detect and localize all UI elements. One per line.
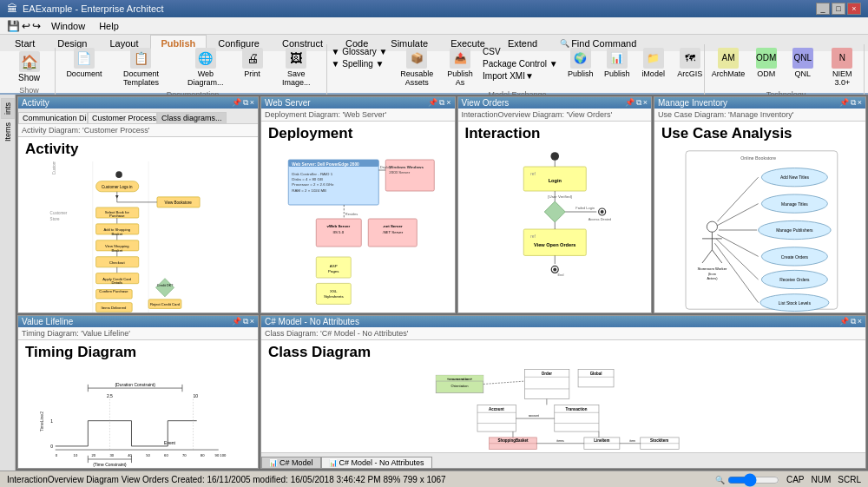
interaction-pin-btn[interactable]: 📌	[625, 98, 635, 108]
btn-arcgis[interactable]: 🗺 ArcGIS	[673, 46, 707, 80]
svg-text:account: account	[529, 414, 539, 418]
svg-text:.NET Server: .NET Server	[382, 230, 404, 234]
btn-document-templates[interactable]: 📋 Document Templates	[106, 46, 176, 89]
svg-text:Orientation: Orientation	[451, 384, 469, 388]
niem-icon: N	[832, 48, 852, 69]
tab-cs-model[interactable]: 📊C# Model	[261, 457, 321, 468]
num-indicator: NUM	[812, 475, 832, 484]
btn-document[interactable]: 📄 Document	[64, 46, 104, 80]
class-tab-bar: 📊C# Model 📊C# Model - No Attributes	[261, 452, 865, 468]
timing-pin-btn[interactable]: 📌	[232, 317, 241, 326]
class-window-title: C# Model - No Attributes	[265, 317, 359, 326]
activity-float-btn[interactable]: ⧉	[243, 98, 248, 108]
btn-publish[interactable]: 🌍 Publish	[563, 46, 598, 80]
btn-package-control[interactable]: Package Control ▼	[479, 58, 562, 69]
svg-text:View Shopping: View Shopping	[105, 244, 129, 248]
tab-class-diagrams[interactable]: Class diagrams...	[157, 112, 227, 123]
activity-pin-btn[interactable]: 📌	[232, 98, 241, 108]
btn-print[interactable]: 🖨 Print	[235, 46, 270, 80]
svg-text:List Stock Levels: List Stock Levels	[779, 301, 812, 306]
minimize-button[interactable]: _	[816, 3, 830, 15]
class-float-btn[interactable]: ⧉	[851, 317, 856, 326]
svg-rect-145	[436, 375, 483, 381]
save-image-icon: 🖼	[286, 48, 306, 69]
svg-text:Add New Titles: Add New Titles	[780, 175, 809, 180]
svg-rect-43	[288, 160, 378, 167]
btn-import-xmi[interactable]: Import XMI▼	[479, 70, 562, 82]
ribbon-group-model-exchange: ▼ Glossary ▼ ▼ Spelling ▼ 📦 Reusable Ass…	[331, 44, 705, 101]
class-close-btn[interactable]: ×	[858, 317, 862, 326]
btn-glossary[interactable]: ▼ Glossary ▼	[328, 46, 391, 57]
btn-publish2[interactable]: 📊 Publish	[600, 46, 635, 80]
btn-qnl[interactable]: QNL QNL	[786, 46, 820, 80]
class-pin-btn[interactable]: 📌	[839, 317, 849, 326]
tab-customer-process[interactable]: Customer Process...	[88, 112, 157, 123]
arcgis-icon: 🗺	[680, 48, 700, 69]
btn-publish-as[interactable]: 📤 Publish As	[443, 46, 477, 89]
btn-show[interactable]: 🏠 Show	[12, 49, 47, 84]
menu-window[interactable]: Window	[44, 19, 92, 33]
interaction-close-btn[interactable]: ×	[643, 98, 648, 108]
svg-text:Customer Logs in: Customer Logs in	[102, 185, 133, 189]
timing-main-title: Timing Diagram	[18, 340, 258, 365]
timing-float-btn[interactable]: ⧉	[243, 317, 248, 326]
svg-text:Online Bookstore: Online Bookstore	[740, 155, 776, 161]
usecase-float-btn[interactable]: ⧉	[851, 98, 856, 108]
window-controls[interactable]: _ □ ×	[816, 3, 861, 15]
svg-text:Items Delivered: Items Delivered	[102, 306, 128, 310]
btn-reusable-assets[interactable]: 📦 Reusable Assets	[392, 46, 441, 89]
quick-access-btn3[interactable]: ↪	[32, 20, 41, 32]
svg-marker-32	[155, 279, 174, 297]
interaction-float-btn[interactable]: ⧉	[636, 98, 641, 108]
activity-header-label: Activity Diagram: 'Customer Process'	[18, 124, 258, 137]
title-bar: 🏛 EAExample - Enterprise Architect _ □ ×	[0, 0, 868, 17]
svg-text:ref: ref	[530, 234, 536, 239]
sidebar-tab-items[interactable]: Items	[2, 119, 14, 145]
usecase-pin-btn[interactable]: 📌	[839, 98, 849, 108]
deployment-header-label: Deployment Diagram: 'Web Server'	[261, 109, 455, 122]
tab-cs-model-no-attr[interactable]: 📊C# Model - No Attributes	[321, 457, 432, 468]
btn-web-diagram[interactable]: 🌐 Web Diagram...	[178, 46, 233, 89]
quick-access-btn[interactable]: 💾	[7, 20, 20, 32]
svg-rect-18	[96, 224, 139, 234]
svg-rect-170	[641, 438, 679, 450]
quick-access-btn2[interactable]: ↩	[22, 20, 30, 32]
svg-text:Basket: Basket	[111, 248, 123, 253]
tab-communication-diagrams[interactable]: Communication Diagrams	[18, 112, 88, 123]
svg-text:XSL: XSL	[330, 289, 338, 293]
deployment-float-btn[interactable]: ⧉	[439, 98, 444, 108]
btn-save-image[interactable]: 🖼 Save Image...	[272, 46, 322, 89]
svg-point-86	[551, 266, 558, 273]
deployment-close-btn[interactable]: ×	[446, 98, 450, 108]
zoom-slider[interactable]	[727, 477, 779, 484]
btn-spelling[interactable]: ▼ Spelling ▼	[328, 58, 391, 69]
imodel-icon: 📁	[643, 48, 664, 69]
svg-text:Storeroom Worker: Storeroom Worker	[697, 267, 727, 271]
archmate-icon: AM	[718, 48, 739, 69]
svg-text:IIS 5.0: IIS 5.0	[332, 230, 344, 234]
btn-archmate[interactable]: AM ArchMate	[709, 46, 747, 80]
activity-close-btn[interactable]: ×	[250, 98, 254, 108]
menu-help[interactable]: Help	[92, 19, 126, 33]
btn-odm[interactable]: ODM ODM	[749, 46, 784, 80]
svg-line-112	[717, 204, 758, 226]
usecase-close-btn[interactable]: ×	[858, 98, 862, 108]
maximize-button[interactable]: □	[832, 3, 845, 15]
activity-window-title: Activity	[22, 98, 49, 108]
svg-text:items: items	[557, 439, 564, 443]
btn-niem[interactable]: N NIEM 3.0+	[822, 46, 863, 89]
sidebar-tab-hints[interactable]: ints	[1, 98, 15, 119]
deployment-pin-btn[interactable]: 📌	[428, 98, 437, 108]
svg-line-107	[712, 250, 721, 263]
activity-svg: Customer Customer Store Customer Logs in	[18, 161, 258, 313]
activity-panel-title-bar: Activity 📌 ⧉ ×	[18, 97, 258, 109]
svg-rect-14	[96, 207, 139, 218]
svg-rect-36	[96, 290, 133, 299]
svg-rect-6	[96, 181, 139, 192]
zoom-control[interactable]: 🔍	[715, 475, 779, 484]
btn-csv[interactable]: CSV	[479, 46, 562, 57]
btn-imodel[interactable]: 📁 iModel	[636, 46, 671, 80]
svg-text:30: 30	[109, 453, 114, 457]
timing-close-btn[interactable]: ×	[250, 317, 254, 326]
close-button[interactable]: ×	[847, 3, 861, 15]
